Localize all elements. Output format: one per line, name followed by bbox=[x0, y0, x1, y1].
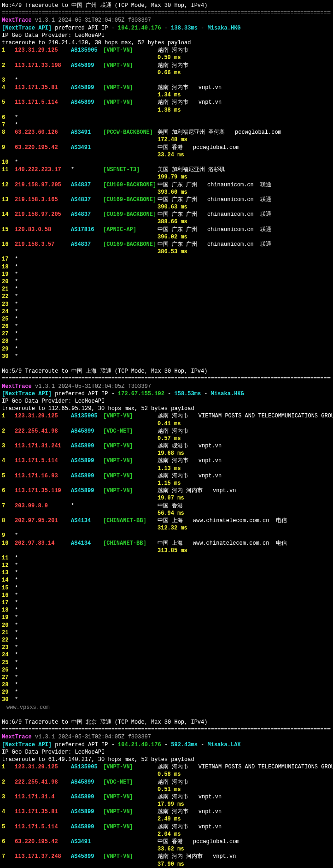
hop-ip: 113.171.16.93 bbox=[15, 472, 71, 480]
hop-asn: AS45899 bbox=[71, 472, 103, 480]
hop-timeout: * bbox=[15, 316, 18, 322]
hop-number: 17 bbox=[2, 256, 15, 263]
hop-location: 越南 河内市 vnpt.vn bbox=[158, 99, 222, 106]
api-label: [NextTrace API] bbox=[2, 742, 52, 748]
hop-location: 越南 河内市 vnpt.vn bbox=[158, 793, 222, 801]
hop-backbone: [CHINANET-BB] bbox=[103, 540, 158, 547]
hop-backbone: [VNPT-VN] bbox=[103, 442, 158, 450]
hop-number: 5 bbox=[2, 99, 15, 106]
hop-row: 26* bbox=[2, 323, 331, 330]
hop-number: 5 bbox=[2, 472, 15, 480]
hop-number: 23 bbox=[2, 644, 15, 651]
hop-asn: AS45899 bbox=[71, 823, 103, 831]
hop-asn: AS4837 bbox=[71, 181, 103, 189]
hop-timeout: * bbox=[15, 279, 18, 285]
hop-latency: 17.99 ms bbox=[158, 801, 184, 808]
dash: - bbox=[198, 742, 208, 748]
hop-number: 18 bbox=[2, 263, 15, 271]
hop-number: 11 bbox=[2, 554, 15, 562]
hop-latency: 1.38 ms bbox=[158, 107, 181, 114]
hop-latency: 1.34 ms bbox=[158, 91, 181, 99]
hop-timeout: * bbox=[15, 600, 18, 606]
hop-number: 11 bbox=[2, 166, 15, 173]
route-line: traceroute to 112.65.95.129, 30 hops max… bbox=[2, 405, 331, 412]
hop-timeout: * bbox=[15, 122, 18, 128]
blank-line bbox=[2, 711, 331, 719]
hop-timeout: * bbox=[15, 256, 18, 262]
hop-asn: AS45899 bbox=[71, 457, 103, 464]
hop-row: 1123.31.29.125AS135905[VNPT-VN]越南 河内市 VI… bbox=[2, 412, 331, 420]
hop-row: 30* bbox=[2, 353, 331, 360]
hop-backbone: [VNPT-VN] bbox=[103, 47, 158, 54]
hop-latency: 312.32 ms bbox=[158, 524, 187, 532]
hop-location: 越南 岘港市 vnpt.vn bbox=[158, 442, 222, 450]
hop-location: 美国 加利福尼亚州 圣何塞 pccwglobal.com bbox=[158, 129, 281, 136]
hop-latency-row: 0.51 ms bbox=[2, 786, 331, 793]
hop-ip: 219.158.3.165 bbox=[15, 196, 71, 203]
hop-row: 14219.158.97.205AS4837[CU169-BACKBONE]中国… bbox=[2, 211, 331, 218]
hop-asn: AS4134 bbox=[71, 517, 103, 524]
hop-latency-row: 0.66 ms bbox=[2, 69, 331, 77]
hop-timeout: * bbox=[15, 682, 18, 688]
hop-ip: 63.220.195.42 bbox=[15, 838, 71, 845]
hop-backbone: [VNPT-VN] bbox=[103, 487, 158, 494]
hop-latency: 0.58 ms bbox=[158, 771, 181, 778]
hop-number: 1 bbox=[2, 47, 15, 54]
hop-number: 4 bbox=[2, 808, 15, 815]
hop-location: 越南 河内市 VIETNAM POSTS AND TELECOMMUNICATI… bbox=[158, 412, 333, 420]
hop-backbone: [CU169-BACKBONE] bbox=[103, 241, 158, 248]
hop-backbone: [VDC-NET] bbox=[103, 779, 158, 786]
hop-latency-row: 0.58 ms bbox=[2, 771, 331, 778]
hop-asn: AS135905 bbox=[71, 412, 103, 420]
app-version: v1.3.1 2024-05-31T02:04:05Z f303397 bbox=[35, 734, 151, 740]
hop-latency-row: 1.38 ms bbox=[2, 107, 331, 114]
hop-asn: AS45899 bbox=[71, 779, 103, 786]
hop-number: 25 bbox=[2, 659, 15, 666]
hop-latency: 2.49 ms bbox=[158, 815, 181, 823]
hop-latency: 37.90 ms bbox=[158, 861, 184, 868]
hop-ip: 63.220.195.42 bbox=[15, 144, 71, 151]
hop-location: 中国 上海 www.chinatelecom.com.cn 电信 bbox=[158, 517, 287, 524]
hop-location: 美国 加利福尼亚州 洛杉矶 bbox=[158, 166, 225, 173]
hop-number: 22 bbox=[2, 293, 15, 300]
hop-row: 7203.99.8.9*中国 香港 bbox=[2, 502, 331, 510]
dash: - bbox=[198, 25, 208, 31]
hop-row: 29* bbox=[2, 345, 331, 353]
hop-row: 3113.171.31.4AS45899[VNPT-VN]越南 河内市 vnpt… bbox=[2, 793, 331, 801]
hop-ip: 202.97.83.14 bbox=[15, 540, 71, 547]
hop-timeout: * bbox=[15, 338, 18, 345]
hop-timeout: * bbox=[15, 114, 18, 121]
hop-location: 越南 河内市 vnpt.vn bbox=[158, 457, 222, 464]
hop-backbone: [VDC-NET] bbox=[103, 428, 158, 435]
hop-location: 中国 香港 pccwglobal.com bbox=[158, 144, 240, 151]
api-ms: 158.53ms bbox=[175, 391, 201, 397]
hop-location: 越南 河内市 bbox=[158, 779, 188, 786]
hop-latency: 388.66 ms bbox=[158, 218, 187, 226]
dash: - bbox=[164, 391, 175, 397]
hop-latency: 19.68 ms bbox=[158, 450, 184, 457]
trace-title: No:6/9 Traceroute to 中国 北京 联通 (TCP Mode,… bbox=[2, 719, 331, 726]
hop-number: 23 bbox=[2, 301, 15, 308]
hop-number: 30 bbox=[2, 353, 15, 360]
hop-number: 12 bbox=[2, 562, 15, 569]
hop-row: 27* bbox=[2, 674, 331, 681]
hop-latency-row: 393.60 ms bbox=[2, 189, 331, 196]
hop-number: 13 bbox=[2, 569, 15, 577]
hop-row: 4113.171.5.114AS45899[VNPT-VN]越南 河内市 vnp… bbox=[2, 457, 331, 464]
hop-location: 中国 广东 广州 chinaunicom.cn 联通 bbox=[158, 196, 271, 203]
hop-latency: 313.85 ms bbox=[158, 547, 187, 554]
hop-timeout: * bbox=[15, 660, 18, 666]
trace-header-app: NextTrace v1.3.1 2024-05-31T02:04:05Z f3… bbox=[2, 17, 331, 24]
hop-latency-row: 2.49 ms bbox=[2, 815, 331, 823]
api-text: preferred API IP - bbox=[52, 25, 118, 31]
hop-ip: 222.255.41.98 bbox=[15, 428, 71, 435]
hop-number: 14 bbox=[2, 211, 15, 218]
hop-row: 21* bbox=[2, 285, 331, 293]
hop-row: 14* bbox=[2, 577, 331, 584]
hop-number: 2 bbox=[2, 428, 15, 435]
hop-latency-row: 312.32 ms bbox=[2, 524, 331, 532]
hop-asn: AS45899 bbox=[71, 84, 103, 91]
hop-row: 11140.222.223.17*[NSFNET-T3]美国 加利福尼亚州 洛杉… bbox=[2, 166, 331, 173]
hop-ip: 113.171.37.248 bbox=[15, 853, 71, 860]
hop-row: 25* bbox=[2, 315, 331, 323]
